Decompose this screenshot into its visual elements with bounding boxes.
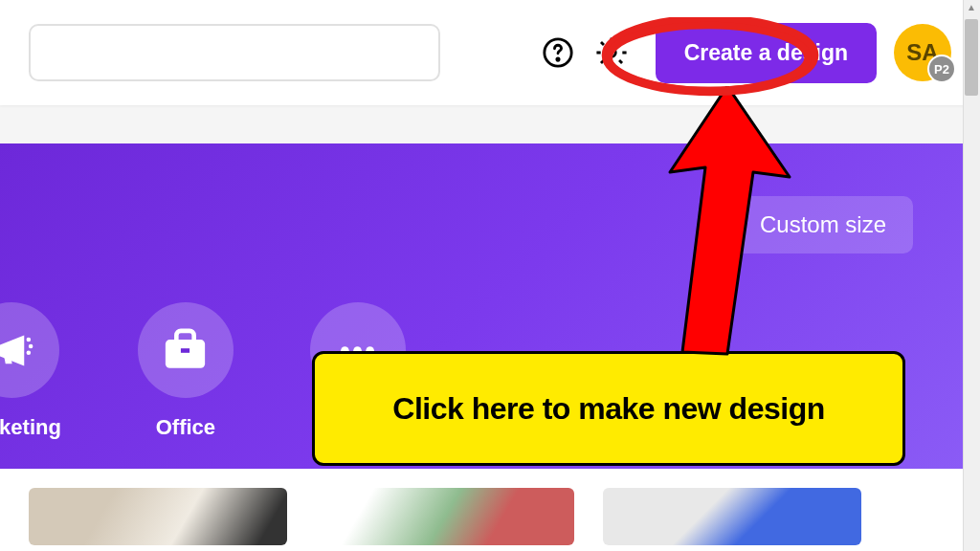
svg-rect-7 — [181, 348, 189, 353]
create-design-button[interactable]: Create a design — [656, 23, 877, 83]
svg-point-2 — [607, 49, 615, 57]
megaphone-icon — [0, 302, 59, 398]
user-avatar[interactable]: SA P2 — [894, 24, 951, 81]
svg-point-1 — [557, 58, 559, 60]
svg-point-5 — [27, 350, 32, 355]
search-input[interactable] — [29, 24, 440, 81]
template-card[interactable] — [316, 488, 574, 545]
category-label: Marketing — [0, 415, 61, 440]
annotation-callout: Click here to make new design — [312, 351, 905, 466]
template-card[interactable] — [603, 488, 861, 545]
scroll-up-icon: ▲ — [967, 2, 976, 11]
svg-point-3 — [27, 337, 32, 342]
scrollbar-thumb[interactable] — [965, 19, 978, 96]
template-row — [0, 469, 980, 551]
template-card[interactable] — [29, 488, 287, 545]
category-marketing[interactable]: Marketing — [0, 302, 61, 440]
avatar-badge: P2 — [927, 55, 956, 83]
settings-icon[interactable] — [592, 33, 631, 72]
top-header: Create a design SA P2 — [0, 0, 980, 105]
svg-rect-6 — [166, 340, 205, 368]
category-office[interactable]: Office — [138, 302, 234, 440]
help-icon[interactable] — [539, 33, 577, 72]
scrollbar[interactable]: ▲ — [963, 0, 980, 551]
briefcase-icon — [138, 302, 234, 398]
svg-point-4 — [29, 343, 33, 348]
category-label: Office — [156, 415, 215, 440]
custom-size-button[interactable]: Custom size — [733, 196, 913, 253]
